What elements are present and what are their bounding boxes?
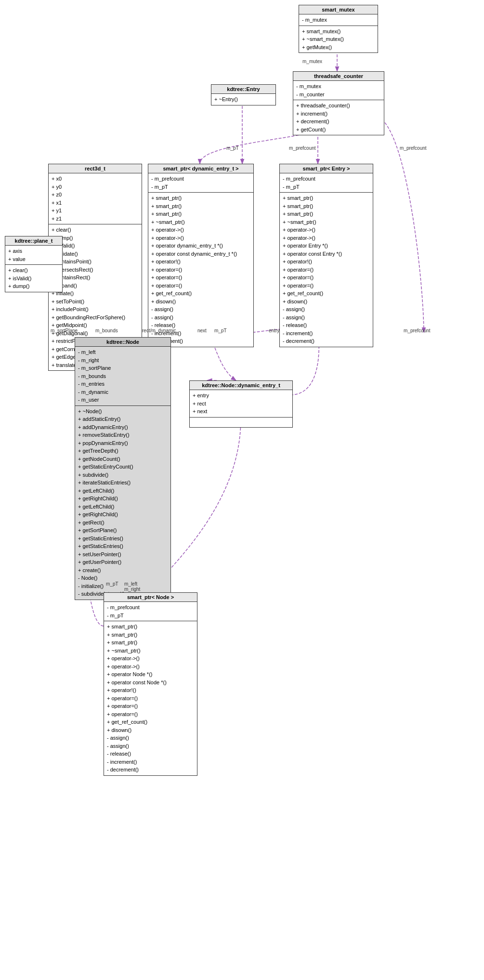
label-m-pt-smart-node: m_pT: [106, 581, 118, 587]
kdtree-plane-t-box: kdtree::plane_t + axis + value + clear()…: [5, 236, 63, 292]
label-m-right: m_right: [124, 587, 140, 592]
threadsafe-counter-fields: - m_mutex - m_counter: [293, 81, 384, 100]
smart-ptr-entry-fields: - m_prefcount - m_pT: [280, 173, 373, 193]
label-m-pt-node: m_pT: [214, 328, 227, 333]
label-m-prefcount-node: m_prefcount: [404, 328, 431, 333]
smart-mutex-fields: - m_mutex: [299, 14, 378, 26]
smart-ptr-node-fields: - m_prefcount - m_pT: [104, 602, 197, 621]
smart-ptr-dynamic-fields: - m_prefcount - m_pT: [148, 173, 253, 193]
smart-mutex-title: smart_mutex: [299, 5, 378, 14]
smart-ptr-dynamic-box: smart_ptr< dynamic_entry_t > - m_prefcou…: [148, 164, 254, 347]
smart-ptr-node-box: smart_ptr< Node > - m_prefcount - m_pT +…: [104, 592, 197, 776]
dynamic-entry-t-title: kdtree::Node::dynamic_entry_t: [190, 381, 292, 390]
dynamic-entry-t-box: kdtree::Node::dynamic_entry_t + entry + …: [189, 380, 293, 428]
smart-ptr-dynamic-methods: + smart_ptr() + smart_ptr() + smart_ptr(…: [148, 193, 253, 347]
smart-ptr-node-methods: + smart_ptr() + smart_ptr() + smart_ptr(…: [104, 621, 197, 775]
label-m-prefcount-right: m_prefcount: [400, 145, 427, 151]
smart-ptr-node-title: smart_ptr< Node >: [104, 593, 197, 602]
label-m-bounds: m_bounds: [95, 328, 118, 333]
kdtree-node-fields: - m_left - m_right - m_sortPlane - m_bou…: [75, 347, 170, 406]
threadsafe-counter-methods: + threadsafe_counter() + increment() + d…: [293, 100, 384, 135]
label-m-prefcount-left: m_prefcount: [289, 145, 316, 151]
label-m-pT-entry: m_pT: [226, 145, 239, 151]
kdtree-node-box: kdtree::Node - m_left - m_right - m_sort…: [75, 337, 171, 600]
label-m-sortplane: m_sortPlane: [51, 328, 78, 333]
label-rect-m-dynamic: rect/m_dynamic: [142, 328, 176, 333]
kdtree-entry-title: kdtree::Entry: [211, 85, 275, 94]
kdtree-entry-box: kdtree::Entry + ~Entry(): [211, 84, 276, 105]
rect3d-t-title: rect3d_t: [49, 164, 142, 173]
smart-ptr-entry-methods: + smart_ptr() + smart_ptr() + smart_ptr(…: [280, 193, 373, 347]
kdtree-node-title: kdtree::Node: [75, 338, 170, 347]
smart-mutex-box: smart_mutex - m_mutex + smart_mutex() + …: [299, 5, 378, 53]
rect3d-t-fields: + x0 + y0 + z0 + x1 + y1 + z1: [49, 173, 142, 224]
threadsafe-counter-box: threadsafe_counter - m_mutex - m_counter…: [293, 71, 384, 135]
smart-mutex-methods: + smart_mutex() + ~smart_mutex() + getMu…: [299, 26, 378, 53]
kdtree-entry-methods: + ~Entry(): [211, 94, 275, 105]
kdtree-node-methods: + ~Node() + addStaticEntry() + addDynami…: [75, 406, 170, 600]
kdtree-plane-t-methods: + clear() + isValid() + dump(): [5, 265, 62, 292]
dynamic-entry-t-fields: + entry + rect + next: [190, 390, 292, 418]
kdtree-plane-t-fields: + axis + value: [5, 246, 62, 265]
kdtree-plane-t-title: kdtree::plane_t: [5, 236, 62, 246]
threadsafe-counter-title: threadsafe_counter: [293, 72, 384, 81]
label-m-left: m_left: [124, 581, 137, 587]
smart-ptr-entry-box: smart_ptr< Entry > - m_prefcount - m_pT …: [279, 164, 373, 347]
label-m-mutex: m_mutex: [302, 59, 322, 64]
label-entry: entry: [269, 328, 279, 333]
smart-ptr-entry-title: smart_ptr< Entry >: [280, 164, 373, 173]
label-next: next: [197, 328, 207, 333]
dynamic-entry-t-empty: [190, 418, 292, 427]
smart-ptr-dynamic-title: smart_ptr< dynamic_entry_t >: [148, 164, 253, 173]
